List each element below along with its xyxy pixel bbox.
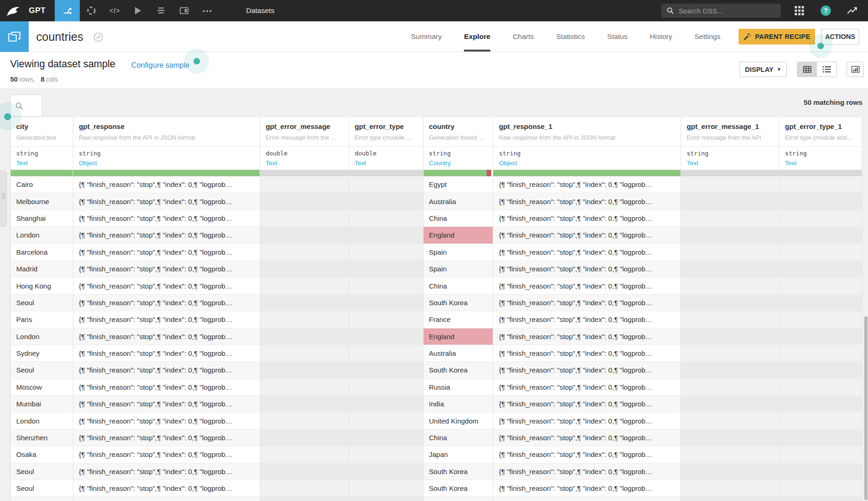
tab-statistics[interactable]: Statistics	[556, 21, 585, 51]
cell-gpt_error_type_1[interactable]	[779, 328, 862, 345]
cell-country[interactable]: China	[424, 430, 494, 446]
cell-city[interactable]: Madrid	[11, 261, 73, 277]
cell-gpt_response_1[interactable]: {¶ "finish_reason": "stop",¶ "index": 0,…	[493, 345, 681, 362]
cell-gpt_error_type[interactable]	[349, 311, 424, 328]
cell-country[interactable]: Australia	[424, 345, 494, 362]
cell-gpt_error_type_1[interactable]	[779, 227, 862, 244]
column-header-gpt_response[interactable]: gpt_responseRaw response from the API in…	[73, 117, 260, 146]
cell-gpt_response_1[interactable]: {¶ "finish_reason": "stop",¶ "index": 0,…	[493, 463, 681, 480]
cell-country[interactable]: Russia	[424, 379, 494, 396]
cell-city[interactable]: Shanghai	[11, 210, 73, 227]
more-icon[interactable]: •••	[196, 0, 219, 21]
cell-country[interactable]: India	[424, 396, 494, 412]
help-icon[interactable]: ?	[821, 6, 831, 16]
cell-city[interactable]: Sydney	[11, 345, 73, 362]
cell-country[interactable]: United Kingdom	[424, 412, 494, 429]
vertical-scrollbar[interactable]	[864, 316, 868, 500]
cell-country[interactable]: China	[424, 210, 494, 227]
cell-country[interactable]: Spain	[424, 261, 494, 277]
cell-gpt_error_type[interactable]	[349, 261, 424, 277]
column-meaning[interactable]: Text	[266, 160, 343, 167]
cell-gpt_response[interactable]: {¶ "finish_reason": "stop",¶ "index": 0,…	[73, 446, 260, 463]
cell-gpt_response_1[interactable]: {¶ "finish_reason": "stop",¶ "index": 0,…	[493, 379, 681, 396]
cell-gpt_error_type[interactable]	[349, 463, 424, 480]
cell-gpt_error_message_1[interactable]	[681, 277, 779, 294]
cell-gpt_response[interactable]: {¶ "finish_reason": "stop",¶ "index": 0,…	[73, 277, 260, 294]
cell-gpt_response_1[interactable]: {¶ "finish_reason": "stop",¶ "index": 0,…	[493, 430, 681, 446]
cell-gpt_error_message_1[interactable]	[681, 295, 779, 311]
cell-gpt_error_type[interactable]	[349, 480, 424, 497]
column-header-gpt_response_1[interactable]: gpt_response_1Raw response from the API …	[493, 117, 681, 146]
cell-gpt_error_message[interactable]	[260, 328, 349, 345]
cell-gpt_error_type[interactable]	[349, 396, 424, 412]
cell-gpt_response[interactable]: {¶ "finish_reason": "stop",¶ "index": 0,…	[73, 345, 260, 362]
dataset-icon[interactable]	[0, 21, 29, 52]
cell-gpt_error_type[interactable]	[349, 328, 424, 345]
cell-country[interactable]: South Korea	[424, 480, 494, 497]
cell-gpt_response[interactable]: {¶ "finish_reason": "stop",¶ "index": 0,…	[73, 497, 260, 501]
cell-country[interactable]: England	[424, 328, 494, 345]
column-meaning[interactable]: Object	[499, 160, 675, 167]
cell-country[interactable]: South Korea	[424, 497, 494, 501]
cell-gpt_error_message[interactable]	[260, 480, 349, 497]
onboarding-dot-configure-sample[interactable]	[193, 58, 200, 64]
cell-city[interactable]: London	[11, 412, 73, 429]
cell-gpt_error_message[interactable]	[260, 295, 349, 311]
cell-gpt_error_type_1[interactable]	[779, 412, 862, 429]
cell-gpt_response[interactable]: {¶ "finish_reason": "stop",¶ "index": 0,…	[73, 311, 260, 328]
cell-gpt_error_message_1[interactable]	[681, 345, 779, 362]
cell-gpt_error_type_1[interactable]	[779, 463, 862, 480]
cell-country[interactable]: Egypt	[424, 176, 494, 193]
code-icon[interactable]: </>	[103, 0, 126, 21]
cell-gpt_response_1[interactable]: {¶ "finish_reason": "stop",¶ "index": 0,…	[493, 446, 681, 463]
cell-gpt_error_message_1[interactable]	[681, 244, 779, 261]
display-dropdown[interactable]: DISPLAY ▼	[739, 62, 787, 77]
cell-gpt_error_message_1[interactable]	[681, 480, 779, 497]
cell-country[interactable]: South Korea	[424, 362, 494, 379]
cell-gpt_error_message[interactable]	[260, 244, 349, 261]
cell-city[interactable]: Seoul	[11, 362, 73, 379]
tab-charts[interactable]: Charts	[513, 21, 534, 51]
cell-gpt_response[interactable]: {¶ "finish_reason": "stop",¶ "index": 0,…	[73, 193, 260, 210]
cell-gpt_error_type[interactable]	[349, 193, 424, 210]
cell-gpt_error_type[interactable]	[349, 446, 424, 463]
cell-gpt_error_message_1[interactable]	[681, 227, 779, 244]
cell-gpt_error_message_1[interactable]	[681, 396, 779, 412]
cell-gpt_error_type[interactable]	[349, 176, 424, 193]
cell-city[interactable]: London	[11, 328, 73, 345]
column-stats-button[interactable]	[847, 62, 864, 77]
cell-gpt_error_message[interactable]	[260, 463, 349, 480]
tab-settings[interactable]: Settings	[694, 21, 720, 51]
cell-gpt_error_message[interactable]	[260, 396, 349, 412]
cell-gpt_error_message_1[interactable]	[681, 497, 779, 501]
cell-gpt_response[interactable]: {¶ "finish_reason": "stop",¶ "index": 0,…	[73, 379, 260, 396]
cell-country[interactable]: Australia	[424, 193, 494, 210]
cell-gpt_response[interactable]: {¶ "finish_reason": "stop",¶ "index": 0,…	[73, 362, 260, 379]
cell-gpt_error_message[interactable]	[260, 362, 349, 379]
cell-country[interactable]: South Korea	[424, 463, 494, 480]
cell-gpt_response[interactable]: {¶ "finish_reason": "stop",¶ "index": 0,…	[73, 295, 260, 311]
column-meaning[interactable]: Country	[429, 160, 488, 167]
cell-gpt_error_type_1[interactable]	[779, 362, 862, 379]
tab-status[interactable]: Status	[607, 21, 628, 51]
cell-gpt_response_1[interactable]: {¶ "finish_reason": "stop",¶ "index": 0,…	[493, 396, 681, 412]
cell-gpt_error_type_1[interactable]	[779, 396, 862, 412]
column-header-gpt_error_type_1[interactable]: gpt_error_type_1Error type (module and…	[779, 117, 862, 146]
onboarding-dot-actions[interactable]	[817, 43, 824, 49]
cell-city[interactable]: Barcelona	[11, 244, 73, 261]
cell-gpt_response[interactable]: {¶ "finish_reason": "stop",¶ "index": 0,…	[73, 210, 260, 227]
cell-gpt_error_message_1[interactable]	[681, 463, 779, 480]
trending-icon[interactable]	[847, 6, 858, 16]
cell-country[interactable]: China	[424, 277, 494, 294]
dataiku-logo-icon[interactable]	[6, 4, 21, 18]
cell-gpt_response_1[interactable]: {¶ "finish_reason": "stop",¶ "index": 0,…	[493, 362, 681, 379]
cell-city[interactable]: Hong Kong	[11, 277, 73, 294]
cell-gpt_response_1[interactable]: {¶ "finish_reason": "stop",¶ "index": 0,…	[493, 176, 681, 193]
cell-gpt_response[interactable]: {¶ "finish_reason": "stop",¶ "index": 0,…	[73, 412, 260, 429]
cell-gpt_error_message_1[interactable]	[681, 379, 779, 396]
cell-gpt_error_type_1[interactable]	[779, 480, 862, 497]
cell-country[interactable]: France	[424, 311, 494, 328]
cell-gpt_error_type_1[interactable]	[779, 193, 862, 210]
cell-gpt_error_message[interactable]	[260, 210, 349, 227]
cell-gpt_error_type_1[interactable]	[779, 295, 862, 311]
